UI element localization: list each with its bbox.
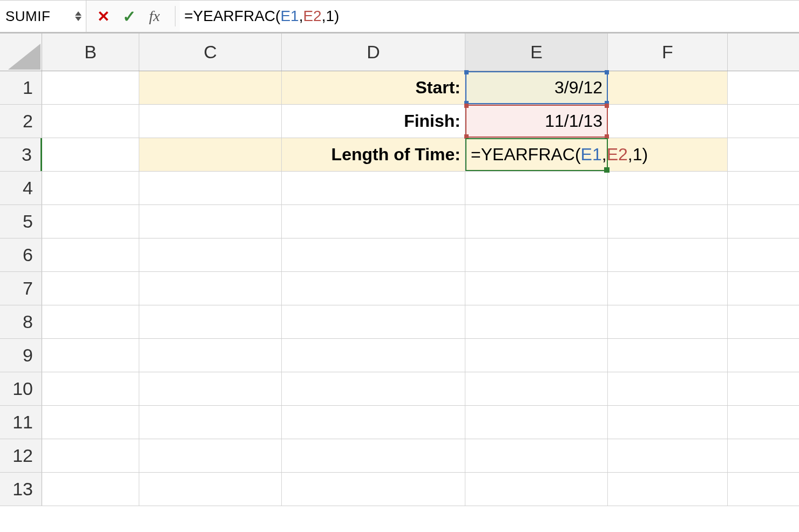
cell-f9[interactable]: [608, 339, 728, 372]
row-header-12[interactable]: 12: [0, 439, 42, 472]
row-header-3[interactable]: 3: [0, 138, 42, 171]
row-6: 6: [0, 238, 799, 272]
cell-d3[interactable]: Length of Time:: [282, 138, 465, 171]
cancel-icon[interactable]: ✕: [97, 8, 110, 25]
row-header-6[interactable]: 6: [0, 238, 42, 271]
row-1: 1 Start: 3/9/12: [0, 71, 799, 105]
cell-d4[interactable]: [282, 172, 465, 204]
cell-d7[interactable]: [282, 272, 465, 305]
row-11: 11: [0, 406, 799, 439]
row-header-5[interactable]: 5: [0, 205, 42, 238]
cell-d13[interactable]: [282, 473, 465, 506]
select-all-corner[interactable]: [0, 33, 42, 71]
cell-b3[interactable]: [42, 138, 139, 171]
cell-c9[interactable]: [139, 339, 282, 372]
cell-b1[interactable]: [42, 71, 139, 104]
column-header-d[interactable]: D: [282, 33, 465, 71]
cell-e7[interactable]: [465, 272, 608, 305]
row-header-2[interactable]: 2: [0, 105, 42, 138]
cell-b4[interactable]: [42, 172, 139, 204]
column-header-b[interactable]: B: [42, 33, 139, 71]
cell-d10[interactable]: [282, 372, 465, 405]
cell-d8[interactable]: [282, 305, 465, 338]
cell-c6[interactable]: [139, 238, 282, 271]
cell-c8[interactable]: [139, 305, 282, 338]
cell-f8[interactable]: [608, 305, 728, 338]
cell-d6[interactable]: [282, 238, 465, 271]
column-header-e[interactable]: E: [465, 33, 608, 71]
cell-e6[interactable]: [465, 238, 608, 271]
row-header-11[interactable]: 11: [0, 406, 42, 439]
formula-bar: SUMIF ✕ ✓ fx =YEARFRAC(E1,E2,1): [0, 0, 799, 32]
cell-b9[interactable]: [42, 339, 139, 372]
cell-f12[interactable]: [608, 439, 728, 472]
cell-c3[interactable]: [139, 138, 282, 171]
row-header-7[interactable]: 7: [0, 272, 42, 305]
row-12: 12: [0, 439, 799, 473]
cell-b8[interactable]: [42, 305, 139, 338]
fill-handle[interactable]: [604, 167, 610, 173]
cell-c10[interactable]: [139, 372, 282, 405]
cell-d2[interactable]: Finish:: [282, 105, 465, 138]
cell-e10[interactable]: [465, 372, 608, 405]
cell-c12[interactable]: [139, 439, 282, 472]
name-box-stepper[interactable]: [71, 11, 86, 21]
cell-b2[interactable]: [42, 105, 139, 138]
cell-f6[interactable]: [608, 238, 728, 271]
cell-c7[interactable]: [139, 272, 282, 305]
cell-f1[interactable]: [608, 71, 728, 104]
row-4: 4: [0, 172, 799, 205]
cell-e5[interactable]: [465, 205, 608, 238]
cell-e3[interactable]: =YEARFRAC(E1,E2,1): [465, 138, 608, 171]
fx-icon[interactable]: fx: [149, 8, 160, 25]
cell-e4[interactable]: [465, 172, 608, 204]
cell-e2[interactable]: 11/1/13: [465, 105, 608, 138]
cell-c2[interactable]: [139, 105, 282, 138]
cell-c11[interactable]: [139, 406, 282, 439]
row-header-1[interactable]: 1: [0, 71, 42, 104]
cell-b7[interactable]: [42, 272, 139, 305]
column-header-f[interactable]: F: [608, 33, 728, 71]
cell-f7[interactable]: [608, 272, 728, 305]
row-10: 10: [0, 372, 799, 406]
cell-e11[interactable]: [465, 406, 608, 439]
cell-e8[interactable]: [465, 305, 608, 338]
cell-b13[interactable]: [42, 473, 139, 506]
cell-e13[interactable]: [465, 473, 608, 506]
cell-e12[interactable]: [465, 439, 608, 472]
row-header-4[interactable]: 4: [0, 172, 42, 204]
cell-d9[interactable]: [282, 339, 465, 372]
row-header-13[interactable]: 13: [0, 473, 42, 506]
cell-c1[interactable]: [139, 71, 282, 104]
spreadsheet-grid: B C D E F 1 Start: 3/9/12 2 Finish: 11/1…: [0, 32, 799, 506]
cell-f2[interactable]: [608, 105, 728, 138]
cell-b10[interactable]: [42, 372, 139, 405]
cell-e9[interactable]: [465, 339, 608, 372]
cell-f5[interactable]: [608, 205, 728, 238]
cell-f4[interactable]: [608, 172, 728, 204]
cell-d5[interactable]: [282, 205, 465, 238]
column-header-c[interactable]: C: [139, 33, 282, 71]
cell-b11[interactable]: [42, 406, 139, 439]
cell-f10[interactable]: [608, 372, 728, 405]
cell-b5[interactable]: [42, 205, 139, 238]
row-header-9[interactable]: 9: [0, 339, 42, 372]
cell-d12[interactable]: [282, 439, 465, 472]
cell-f11[interactable]: [608, 406, 728, 439]
row-header-8[interactable]: 8: [0, 305, 42, 338]
cell-d11[interactable]: [282, 406, 465, 439]
cell-c4[interactable]: [139, 172, 282, 204]
cell-b12[interactable]: [42, 439, 139, 472]
cell-e1[interactable]: 3/9/12: [465, 71, 608, 104]
cell-c13[interactable]: [139, 473, 282, 506]
formula-bar-buttons: ✕ ✓ fx: [86, 1, 171, 32]
cell-b6[interactable]: [42, 238, 139, 271]
cell-d1[interactable]: Start:: [282, 71, 465, 104]
name-box[interactable]: SUMIF: [5, 8, 71, 25]
cell-f13[interactable]: [608, 473, 728, 506]
cell-c5[interactable]: [139, 205, 282, 238]
row-header-10[interactable]: 10: [0, 372, 42, 405]
formula-input[interactable]: =YEARFRAC(E1,E2,1): [180, 1, 799, 32]
confirm-icon[interactable]: ✓: [123, 7, 136, 26]
name-box-wrap: SUMIF: [0, 1, 86, 32]
